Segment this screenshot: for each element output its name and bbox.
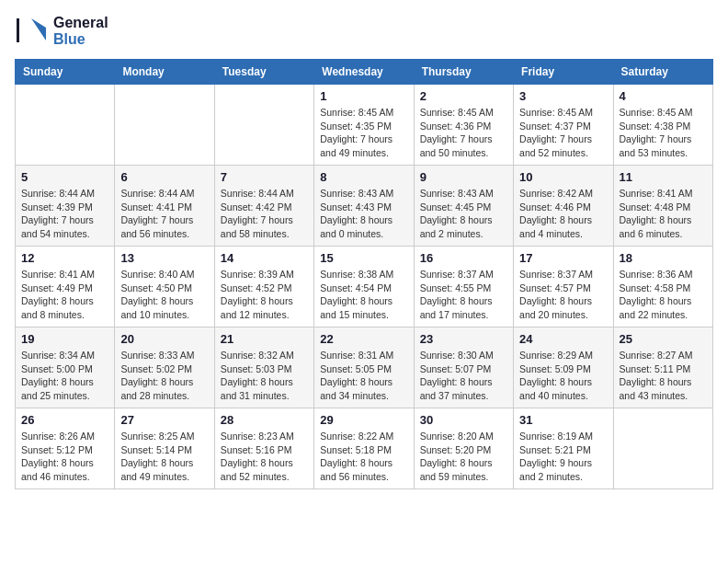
day-number: 20 [120,332,208,346]
calendar-cell: 6Sunrise: 8:44 AM Sunset: 4:41 PM Daylig… [115,166,214,247]
calendar-cell: 28Sunrise: 8:23 AM Sunset: 5:16 PM Dayli… [214,408,313,489]
day-number: 18 [620,251,707,265]
day-number: 26 [21,413,108,427]
day-info: Sunrise: 8:19 AM Sunset: 5:21 PM Dayligh… [519,430,607,484]
day-info: Sunrise: 8:39 AM Sunset: 4:52 PM Dayligh… [221,268,308,322]
calendar-week-row: 19Sunrise: 8:34 AM Sunset: 5:00 PM Dayli… [16,327,713,408]
calendar-cell: 26Sunrise: 8:26 AM Sunset: 5:12 PM Dayli… [16,408,115,489]
calendar-cell: 1Sunrise: 8:45 AM Sunset: 4:35 PM Daylig… [314,85,414,166]
calendar-cell: 14Sunrise: 8:39 AM Sunset: 4:52 PM Dayli… [214,247,313,327]
calendar-cell: 25Sunrise: 8:27 AM Sunset: 5:11 PM Dayli… [613,327,712,408]
day-info: Sunrise: 8:33 AM Sunset: 5:02 PM Dayligh… [120,349,208,403]
calendar-cell: 22Sunrise: 8:31 AM Sunset: 5:05 PM Dayli… [314,327,414,408]
day-number: 30 [420,413,507,427]
day-header-tuesday: Tuesday [214,60,313,85]
day-info: Sunrise: 8:34 AM Sunset: 5:00 PM Dayligh… [21,349,108,403]
day-info: Sunrise: 8:20 AM Sunset: 5:20 PM Dayligh… [420,430,507,484]
day-info: Sunrise: 8:43 AM Sunset: 4:45 PM Dayligh… [420,187,507,241]
day-info: Sunrise: 8:26 AM Sunset: 5:12 PM Dayligh… [21,430,108,484]
day-info: Sunrise: 8:36 AM Sunset: 4:58 PM Dayligh… [620,268,707,322]
day-info: Sunrise: 8:44 AM Sunset: 4:42 PM Dayligh… [221,187,308,241]
day-info: Sunrise: 8:37 AM Sunset: 4:57 PM Dayligh… [519,268,607,322]
day-info: Sunrise: 8:27 AM Sunset: 5:11 PM Dayligh… [620,349,707,403]
calendar-cell: 19Sunrise: 8:34 AM Sunset: 5:00 PM Dayli… [16,327,115,408]
day-number: 4 [620,89,707,103]
day-number: 19 [21,332,108,346]
day-number: 9 [420,170,507,184]
calendar-cell [613,408,712,489]
calendar-week-row: 1Sunrise: 8:45 AM Sunset: 4:35 PM Daylig… [16,85,713,166]
day-info: Sunrise: 8:44 AM Sunset: 4:41 PM Dayligh… [120,187,208,241]
day-number: 6 [120,170,208,184]
day-number: 1 [320,89,407,103]
calendar-cell: 21Sunrise: 8:32 AM Sunset: 5:03 PM Dayli… [214,327,313,408]
calendar-cell: 10Sunrise: 8:42 AM Sunset: 4:46 PM Dayli… [514,166,613,247]
calendar-cell: 4Sunrise: 8:45 AM Sunset: 4:38 PM Daylig… [613,85,712,166]
calendar-cell [115,85,214,166]
calendar-cell: 11Sunrise: 8:41 AM Sunset: 4:48 PM Dayli… [613,166,712,247]
day-number: 10 [519,170,607,184]
calendar-cell: 30Sunrise: 8:20 AM Sunset: 5:20 PM Dayli… [414,408,513,489]
day-number: 31 [519,413,607,427]
calendar-header-row: SundayMondayTuesdayWednesdayThursdayFrid… [16,60,713,85]
logo-icon [15,15,48,48]
calendar-cell: 23Sunrise: 8:30 AM Sunset: 5:07 PM Dayli… [414,327,513,408]
day-number: 12 [21,251,108,265]
calendar-cell [214,85,313,166]
logo-text: General Blue [53,15,108,48]
calendar-cell: 15Sunrise: 8:38 AM Sunset: 4:54 PM Dayli… [314,247,414,327]
day-number: 23 [420,332,507,346]
day-number: 14 [221,251,308,265]
calendar-cell: 9Sunrise: 8:43 AM Sunset: 4:45 PM Daylig… [414,166,513,247]
calendar-cell: 8Sunrise: 8:43 AM Sunset: 4:43 PM Daylig… [314,166,414,247]
day-info: Sunrise: 8:44 AM Sunset: 4:39 PM Dayligh… [21,187,108,241]
day-info: Sunrise: 8:37 AM Sunset: 4:55 PM Dayligh… [420,268,507,322]
day-info: Sunrise: 8:45 AM Sunset: 4:36 PM Dayligh… [420,106,507,160]
calendar-cell: 3Sunrise: 8:45 AM Sunset: 4:37 PM Daylig… [514,85,613,166]
calendar-cell: 20Sunrise: 8:33 AM Sunset: 5:02 PM Dayli… [115,327,214,408]
calendar-cell: 31Sunrise: 8:19 AM Sunset: 5:21 PM Dayli… [514,408,613,489]
calendar-cell: 5Sunrise: 8:44 AM Sunset: 4:39 PM Daylig… [16,166,115,247]
day-number: 8 [320,170,407,184]
calendar-cell: 18Sunrise: 8:36 AM Sunset: 4:58 PM Dayli… [613,247,712,327]
calendar-table: SundayMondayTuesdayWednesdayThursdayFrid… [15,59,713,489]
day-number: 29 [320,413,407,427]
calendar-cell: 24Sunrise: 8:29 AM Sunset: 5:09 PM Dayli… [514,327,613,408]
day-number: 5 [21,170,108,184]
day-number: 3 [519,89,607,103]
day-info: Sunrise: 8:25 AM Sunset: 5:14 PM Dayligh… [120,430,208,484]
day-header-friday: Friday [514,60,613,85]
day-number: 13 [120,251,208,265]
day-info: Sunrise: 8:43 AM Sunset: 4:43 PM Dayligh… [320,187,407,241]
day-info: Sunrise: 8:22 AM Sunset: 5:18 PM Dayligh… [320,430,407,484]
calendar-cell [16,85,115,166]
day-info: Sunrise: 8:40 AM Sunset: 4:50 PM Dayligh… [120,268,208,322]
calendar-cell: 29Sunrise: 8:22 AM Sunset: 5:18 PM Dayli… [314,408,414,489]
day-number: 24 [519,332,607,346]
calendar-cell: 27Sunrise: 8:25 AM Sunset: 5:14 PM Dayli… [115,408,214,489]
day-header-thursday: Thursday [414,60,513,85]
calendar-week-row: 26Sunrise: 8:26 AM Sunset: 5:12 PM Dayli… [16,408,713,489]
calendar-cell: 12Sunrise: 8:41 AM Sunset: 4:49 PM Dayli… [16,247,115,327]
day-info: Sunrise: 8:45 AM Sunset: 4:37 PM Dayligh… [519,106,607,160]
day-info: Sunrise: 8:45 AM Sunset: 4:38 PM Dayligh… [620,106,707,160]
day-number: 2 [420,89,507,103]
day-number: 27 [120,413,208,427]
day-number: 11 [620,170,707,184]
day-info: Sunrise: 8:41 AM Sunset: 4:48 PM Dayligh… [620,187,707,241]
calendar-cell: 7Sunrise: 8:44 AM Sunset: 4:42 PM Daylig… [214,166,313,247]
day-info: Sunrise: 8:38 AM Sunset: 4:54 PM Dayligh… [320,268,407,322]
calendar-cell: 16Sunrise: 8:37 AM Sunset: 4:55 PM Dayli… [414,247,513,327]
logo: General Blue [15,15,108,48]
day-info: Sunrise: 8:29 AM Sunset: 5:09 PM Dayligh… [519,349,607,403]
day-number: 15 [320,251,407,265]
day-number: 28 [221,413,308,427]
day-info: Sunrise: 8:41 AM Sunset: 4:49 PM Dayligh… [21,268,108,322]
day-number: 22 [320,332,407,346]
day-info: Sunrise: 8:30 AM Sunset: 5:07 PM Dayligh… [420,349,507,403]
day-header-monday: Monday [115,60,214,85]
day-info: Sunrise: 8:45 AM Sunset: 4:35 PM Dayligh… [320,106,407,160]
calendar-cell: 13Sunrise: 8:40 AM Sunset: 4:50 PM Dayli… [115,247,214,327]
page-header: General Blue [15,15,713,48]
calendar-week-row: 5Sunrise: 8:44 AM Sunset: 4:39 PM Daylig… [16,166,713,247]
